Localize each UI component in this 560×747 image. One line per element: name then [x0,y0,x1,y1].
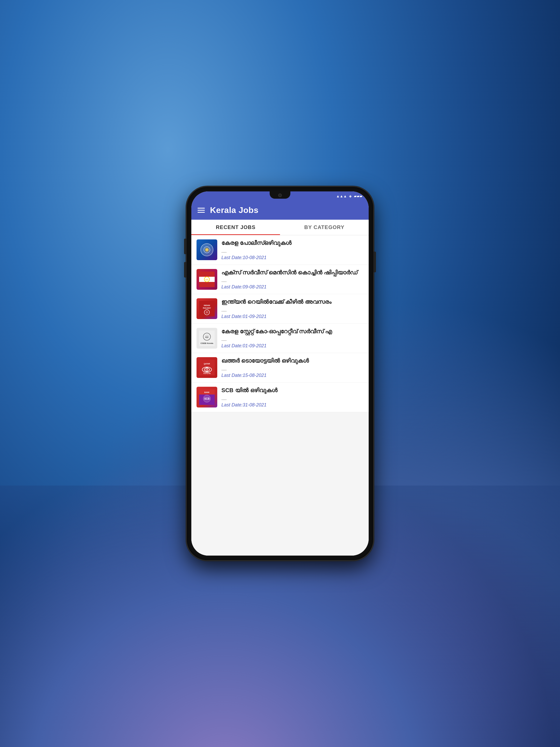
job-title-3: ഇന്ത്യൻ റെയിൽവേക്ക് കീഴിൽ അവസരം [221,298,364,306]
job-logo-inner-5: QATAR TOYOTA [196,357,217,378]
app-bar: Kerala Jobs [191,201,369,220]
job-logo-5: QATAR TOYOTA [196,357,217,378]
battery-icon: ▰▰▰ [354,194,363,198]
tab-recent-jobs[interactable]: RECENT JOBS [191,220,280,235]
job-title-2: എക്സ് സർവീസ് മെൻസിൻ കൊച്ചിൻ ഷിപ്പിയാർഡ് [221,269,364,277]
job-logo-2: ES [196,269,217,290]
status-bar-icons: ▲▲▲ ◈ ▰▰▰ [336,194,363,198]
phone-screen: ▲▲▲ ◈ ▰▰▰ Kerala Jobs RECENT JOBS [191,191,369,556]
job-logo-1 [196,239,217,260]
phone-wrapper: ▲▲▲ ◈ ▰▰▰ Kerala Jobs RECENT JOBS [187,187,373,560]
job-dots-4: .... [221,337,364,342]
job-dots-6: .... [221,396,364,401]
job-dots-3: .... [221,307,364,313]
svg-text:TOYOTA: TOYOTA [203,372,211,374]
job-dots-1: .... [221,249,364,254]
svg-text:SCB: SCB [204,397,210,400]
job-content-6: SCB യിൽ ഒഴിവുകൾ .... Last Date:31-08-202… [221,387,364,408]
job-title-1: കേരള പോലീസ്ഒഴിവുകൾ [221,239,364,247]
job-logo-inner-4: KSC CSEB Kerala [196,328,217,349]
svg-text:RAILWAY: RAILWAY [203,307,211,309]
job-date-3: Last Date:01-09-2021 [221,314,364,319]
job-list: കേരള പോലീസ്ഒഴിവുകൾ .... Last Date:10-08-… [191,235,369,556]
job-item-1[interactable]: കേരള പോലീസ്ഒഴിവുകൾ .... Last Date:10-08-… [191,235,369,265]
job-item-6[interactable]: SCB BANK SCB യിൽ ഒഴിവുകൾ .... Last Date:… [191,383,369,412]
job-logo-6: SCB BANK [196,387,217,408]
job-logo-4: KSC CSEB Kerala [196,328,217,349]
job-item-5[interactable]: QATAR TOYOTA ഖത്തർ ടൊയോട്ടയിൽ ഒഴിവുകൾ ..… [191,353,369,383]
job-content-2: എക്സ് സർവീസ് മെൻസിൻ കൊച്ചിൻ ഷിപ്പിയാർഡ് … [221,269,364,290]
job-item-2[interactable]: ES എക്സ് സർവീസ് മെൻസിൻ കൊച്ചിൻ ഷിപ്പിയാർ… [191,265,369,294]
job-date-6: Last Date:31-08-2021 [221,402,364,408]
job-title-5: ഖത്തർ ടൊയോട്ടയിൽ ഒഴിവുകൾ [221,357,364,365]
job-content-3: ഇന്ത്യൻ റെയിൽവേക്ക് കീഴിൽ അവസരം .... Las… [221,298,364,319]
job-title-6: SCB യിൽ ഒഴിവുകൾ [221,387,364,394]
svg-text:ES: ES [206,279,209,281]
svg-text:KSC: KSC [205,336,209,338]
job-item-3[interactable]: INDIAN RAILWAY ഇന്ത്യൻ റെയിൽവേക്ക് കീഴിൽ… [191,294,369,324]
signal-icon: ▲▲▲ [336,194,347,198]
wifi-icon: ◈ [349,194,352,198]
svg-rect-3 [199,272,215,277]
job-logo-inner-6: SCB BANK [196,387,217,408]
phone-device: ▲▲▲ ◈ ▰▰▰ Kerala Jobs RECENT JOBS [187,187,373,560]
menu-button[interactable] [197,208,205,213]
svg-point-12 [206,311,208,314]
svg-text:QATAR: QATAR [204,363,210,365]
job-item-4[interactable]: KSC CSEB Kerala കേരള സ്റ്റേറ്റ് കോ-ഓപ്പറ… [191,324,369,353]
hamburger-line-2 [197,210,205,211]
job-content-5: ഖത്തർ ടൊയോട്ടയിൽ ഒഴിവുകൾ .... Last Date:… [221,357,364,378]
job-content-1: കേരള പോലീസ്ഒഴിവുകൾ .... Last Date:10-08-… [221,239,364,260]
job-dots-5: .... [221,366,364,372]
svg-rect-5 [199,282,215,287]
job-date-1: Last Date:10-08-2021 [221,255,364,260]
job-logo-inner-2: ES [196,269,217,290]
svg-text:CSEB Kerala: CSEB Kerala [201,342,213,344]
job-date-5: Last Date:15-08-2021 [221,373,364,378]
job-logo-inner-3: INDIAN RAILWAY [196,298,217,319]
tabs-bar: RECENT JOBS BY CATEGORY [191,220,369,235]
job-dots-2: .... [221,278,364,283]
hamburger-line-3 [197,212,205,213]
job-logo-inner-1 [196,239,217,260]
phone-notch [270,191,290,199]
app-title: Kerala Jobs [210,205,259,215]
job-title-4: കേരള സ്റ്റേറ്റ് കോ-ഓപ്പറേറ്റീവ് സർവീസ് എ [221,328,364,335]
svg-point-2 [206,249,208,251]
svg-text:INDIAN: INDIAN [204,305,210,306]
job-date-4: Last Date:01-09-2021 [221,343,364,349]
job-date-2: Last Date:09-08-2021 [221,284,364,290]
job-logo-3: INDIAN RAILWAY [196,298,217,319]
hamburger-line-1 [197,208,205,209]
tab-by-category[interactable]: BY CATEGORY [280,220,369,235]
svg-text:BANK: BANK [204,391,210,393]
job-content-4: കേരള സ്റ്റേറ്റ് കോ-ഓപ്പറേറ്റീവ് സർവീസ് എ… [221,328,364,349]
front-camera [278,194,282,197]
